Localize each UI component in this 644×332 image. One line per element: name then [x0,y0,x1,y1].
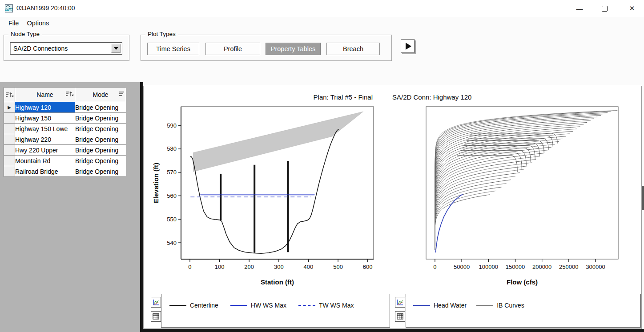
plot-types-group: Plot Types Time Series Profile Property … [141,35,392,61]
minimize-button[interactable]: — [569,0,590,17]
node-type-group: Node Type SA/2D Connections [4,35,129,61]
node-mode-cell[interactable]: Bridge Opening [75,156,126,166]
combobox-dropdown-button[interactable] [111,44,121,53]
maximize-icon [602,6,608,12]
table-row[interactable]: Mountain Rd Bridge Opening [4,156,126,166]
svg-text:100000: 100000 [479,264,498,270]
mode-column-label: Mode [93,91,108,98]
cross-section-legend: Centerline HW WS Max TW WS Max [161,294,390,328]
table-view-button[interactable] [151,311,161,322]
chart-icon [397,299,403,306]
line-sample [298,305,315,306]
table-header-row: Name Mode [4,88,126,102]
property-tables-button[interactable]: Property Tables [266,43,321,55]
svg-text:150000: 150000 [506,264,525,270]
cross-section-plot: 0100200300400500600540550560570580590Sta… [147,105,378,288]
row-selector-cell[interactable] [4,124,15,134]
node-type-label: Node Type [8,31,42,37]
panel-splitter[interactable] [140,82,143,332]
svg-text:500: 500 [333,264,343,270]
maximize-button[interactable] [594,0,615,17]
scrollbar-thumb[interactable] [642,186,644,210]
chart-icon [153,299,159,306]
legend-label: TW WS Max [319,302,354,309]
node-name-cell[interactable]: Mountain Rd [15,156,75,166]
column-header-name[interactable]: Name [15,88,75,102]
node-table: Name Mode [4,87,126,177]
plot-title: Plan: Trial #5 - FinalSA/2D Conn: Highwa… [143,93,642,101]
node-mode-cell[interactable]: Bridge Opening [75,166,126,177]
row-selector-header[interactable] [4,88,15,102]
table-row[interactable]: Hwy 220 Upper Bridge Opening [4,145,126,156]
node-name-cell[interactable]: Railroad Bridge [15,166,75,177]
table-row[interactable]: Railroad Bridge Bridge Opening [4,166,126,177]
sort-icon[interactable] [118,91,125,97]
connection-title: SA/2D Conn: Highway 120 [392,93,471,101]
node-mode-cell[interactable]: Bridge Opening [75,124,126,134]
svg-text:590: 590 [167,122,177,129]
plot-view-button[interactable] [151,297,161,308]
svg-text:Elevation (ft): Elevation (ft) [152,163,160,203]
legend-label: Head Water [434,302,467,309]
sort-icon[interactable] [5,92,14,98]
node-mode-cell[interactable]: Bridge Opening [75,102,126,113]
row-selector-cell[interactable] [4,145,15,156]
sort-icon[interactable] [65,91,74,97]
panel-bottom-edge [143,329,644,332]
svg-text:600: 600 [363,264,373,270]
svg-text:400: 400 [304,264,314,270]
node-name-cell[interactable]: Highway 150 [15,113,75,124]
svg-text:250000: 250000 [559,264,578,270]
table-view-button[interactable] [395,311,405,322]
svg-text:550: 550 [167,216,177,223]
svg-text:0: 0 [433,264,436,270]
plot-view-button[interactable] [395,297,405,308]
table-row[interactable]: Highway 150 Lowe Bridge Opening [4,124,126,134]
legend-entry: Centerline [169,302,218,309]
table-row[interactable]: ▶ Highway 120 Bridge Opening [4,102,126,113]
current-row-indicator[interactable]: ▶ [4,102,15,113]
table-icon [153,313,159,320]
svg-text:200: 200 [244,264,254,270]
plot-types-label: Plot Types [145,31,178,37]
node-name-cell[interactable]: Hwy 220 Upper [15,145,75,156]
line-sample [413,305,430,306]
rating-curves-legend: Head Water IB Curves [406,294,641,328]
table-icon [397,313,403,320]
time-series-button[interactable]: Time Series [147,43,199,55]
node-name-cell[interactable]: Highway 150 Lowe [15,124,75,134]
table-row[interactable]: Highway 220 Bridge Opening [4,134,126,145]
svg-text:540: 540 [167,240,177,246]
legend-entry: TW WS Max [298,302,354,309]
svg-text:300: 300 [274,264,284,270]
breach-button[interactable]: Breach [326,43,380,55]
legend-label: Centerline [190,302,218,309]
column-header-mode[interactable]: Mode [75,88,126,102]
line-sample [230,305,247,306]
row-selector-cell[interactable] [4,134,15,145]
close-button[interactable]: ✕ [620,0,644,17]
svg-text:300000: 300000 [586,264,605,270]
row-selector-cell[interactable] [4,113,15,124]
line-sample [476,305,493,306]
node-type-combobox[interactable]: SA/2D Connections [10,42,122,55]
svg-text:100: 100 [215,264,225,270]
run-animation-button[interactable] [401,39,415,53]
svg-text:580: 580 [167,145,177,152]
menu-file[interactable]: File [4,18,23,28]
legend-entry: HW WS Max [230,302,286,309]
legend-label: IB Curves [497,302,524,309]
row-selector-cell[interactable] [4,156,15,166]
menu-options[interactable]: Options [23,18,53,28]
row-selector-cell[interactable] [4,166,15,177]
table-row[interactable]: Highway 150 Bridge Opening [4,113,126,124]
legend-label: HW WS Max [251,302,286,309]
node-name-cell[interactable]: Highway 220 [15,134,75,145]
node-mode-cell[interactable]: Bridge Opening [75,113,126,124]
node-mode-cell[interactable]: Bridge Opening [75,134,126,145]
node-mode-cell[interactable]: Bridge Opening [75,145,126,156]
node-name-cell[interactable]: Highway 120 [15,102,75,113]
app-icon [5,4,13,12]
profile-button[interactable]: Profile [205,43,260,55]
application-window: { "window": { "title": "03JAN1999 20:40:… [0,0,644,332]
